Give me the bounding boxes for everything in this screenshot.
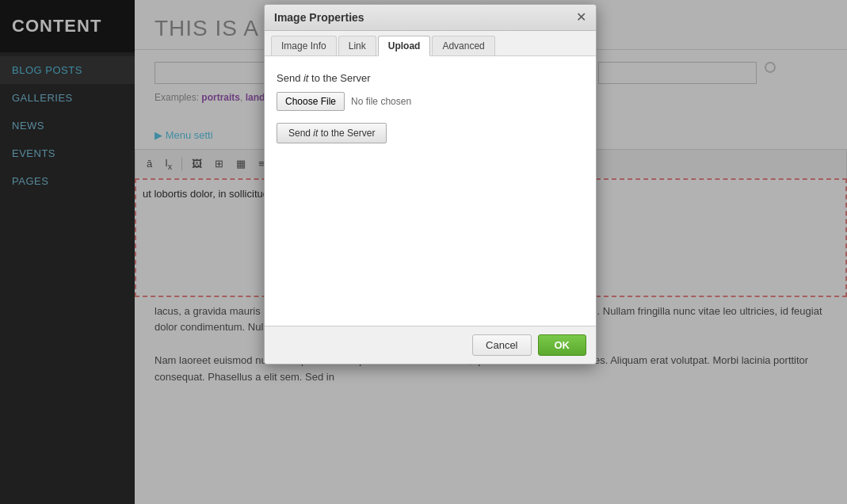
tab-advanced[interactable]: Advanced [432,36,494,55]
file-input-row: Choose File No file chosen [277,92,584,111]
dialog-body: Send it to the Server Choose File No fil… [265,56,596,326]
send-server-button[interactable]: Send it to the Server [277,123,387,143]
ok-button[interactable]: OK [538,334,587,356]
app-container: CONTENT BLOG POSTS GALLERIES NEWS EVENTS… [0,0,847,504]
send-label: Send it to the Server [277,72,584,84]
cancel-button[interactable]: Cancel [472,334,531,356]
dialog-title: Image Properties [274,11,364,24]
no-file-text: No file chosen [351,96,411,107]
dialog-titlebar: Image Properties ✕ [265,5,596,31]
image-properties-dialog: Image Properties ✕ Image Info Link Uploa… [264,4,597,365]
tab-link[interactable]: Link [338,36,376,55]
dialog-tabs: Image Info Link Upload Advanced [265,31,596,56]
dialog-footer: Cancel OK [265,326,596,364]
choose-file-button[interactable]: Choose File [277,92,345,111]
dialog-close-button[interactable]: ✕ [576,11,586,24]
tab-image-info[interactable]: Image Info [271,36,337,55]
tab-upload[interactable]: Upload [378,36,431,56]
